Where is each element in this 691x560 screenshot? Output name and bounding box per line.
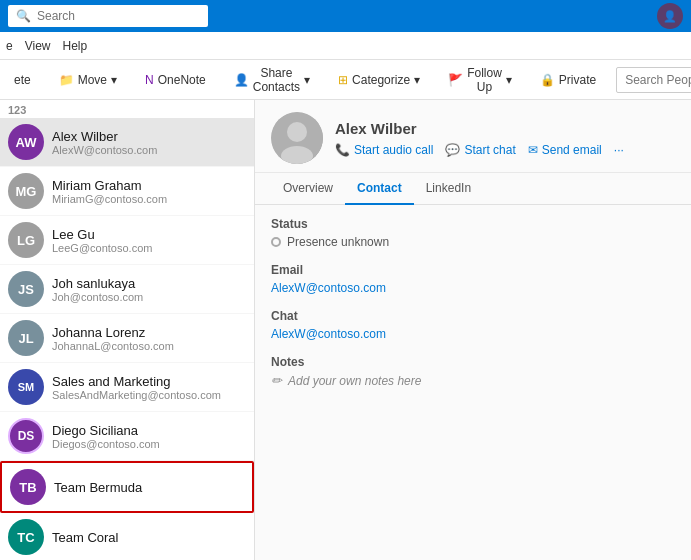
private-button[interactable]: 🔒 Private [532,69,604,91]
contact-email: Joh@contoso.com [52,291,246,303]
share-contacts-button[interactable]: 👤 Share Contacts ▾ [226,62,318,98]
delete-button[interactable]: ete [6,69,39,91]
contact-email: LeeG@contoso.com [52,242,246,254]
user-avatar-area[interactable]: 👤 [657,3,683,29]
contact-item-johanna-lorenz[interactable]: JL Johanna Lorenz JohannaL@contoso.com [0,314,254,363]
start-chat-label: Start chat [464,143,515,157]
followup-button[interactable]: 🚩 Follow Up ▾ [440,62,520,98]
avatar-diego-siciliana: DS [8,418,44,454]
user-avatar[interactable]: 👤 [657,3,683,29]
contact-name: Johanna Lorenz [52,325,246,340]
email-section: Email AlexW@contoso.com [271,263,675,295]
contact-email: Diegos@contoso.com [52,438,246,450]
avatar-miriam-graham: MG [8,173,44,209]
contact-name: Diego Siciliana [52,423,246,438]
main-area: 123 AW Alex Wilber AlexW@contoso.com MG … [0,100,691,560]
contact-email: MiriamG@contoso.com [52,193,246,205]
top-bar: 🔍 👤 [0,0,691,32]
toolbar: ete 📁 Move ▾ N OneNote 👤 Share Contacts … [0,60,691,100]
lock-icon: 🔒 [540,73,555,87]
contact-email: SalesAndMarketing@contoso.com [52,389,246,401]
phone-icon: 📞 [335,143,350,157]
start-chat-button[interactable]: 💬 Start chat [445,143,515,157]
pencil-icon: ✏ [271,373,282,388]
status-section: Status Presence unknown [271,217,675,249]
contact-item-joh-sanlukaya[interactable]: JS Joh sanlukaya Joh@contoso.com [0,265,254,314]
notes-section: Notes ✏ Add your own notes here [271,355,675,388]
contact-item-alex-wilber[interactable]: AW Alex Wilber AlexW@contoso.com [0,118,254,167]
send-email-button[interactable]: ✉ Send email [528,143,602,157]
onenote-label: OneNote [158,73,206,87]
share-icon: 👤 [234,73,249,87]
contact-item-diego-siciliana[interactable]: DS Diego Siciliana Diegos@contoso.com [0,412,254,461]
followup-chevron-icon: ▾ [506,73,512,87]
contact-item-lee-gu[interactable]: LG Lee Gu LeeG@contoso.com [0,216,254,265]
contact-email: JohannaL@contoso.com [52,340,246,352]
contact-details: Status Presence unknown Email AlexW@cont… [255,205,691,414]
menu-item-delete[interactable]: e [6,39,13,53]
status-value: Presence unknown [287,235,389,249]
categorize-label: Categorize [352,73,410,87]
menu-item-help[interactable]: Help [62,39,87,53]
share-chevron-icon: ▾ [304,73,310,87]
search-icon: 🔍 [16,9,31,23]
svg-point-1 [287,122,307,142]
user-initial: 👤 [663,10,677,23]
tab-contact[interactable]: Contact [345,173,414,205]
avatar-joh-sanlukaya: JS [8,271,44,307]
status-row: Presence unknown [271,235,675,249]
contact-email: AlexW@contoso.com [52,144,246,156]
contact-item-miriam-graham[interactable]: MG Miriam Graham MiriamG@contoso.com [0,167,254,216]
avatar-team-bermuda: TB [10,469,46,505]
profile-name: Alex Wilber [335,120,675,137]
status-label: Status [271,217,675,231]
start-audio-call-button[interactable]: 📞 Start audio call [335,143,433,157]
delete-label: ete [14,73,31,87]
categorize-button[interactable]: ⊞ Categorize ▾ [330,69,428,91]
email-label: Email [271,263,675,277]
avatar-svg [271,112,323,164]
contact-name: Lee Gu [52,227,246,242]
tab-linkedin[interactable]: LinkedIn [414,173,483,205]
move-button[interactable]: 📁 Move ▾ [51,69,125,91]
avatar-lee-gu: LG [8,222,44,258]
profile-actions: 📞 Start audio call 💬 Start chat ✉ Send e… [335,143,675,157]
chat-value[interactable]: AlexW@contoso.com [271,327,675,341]
avatar-johanna-lorenz: JL [8,320,44,356]
email-icon: ✉ [528,143,538,157]
profile-avatar [271,112,323,164]
tab-overview[interactable]: Overview [271,173,345,205]
chat-label: Chat [271,309,675,323]
email-value[interactable]: AlexW@contoso.com [271,281,675,295]
chat-section: Chat AlexW@contoso.com [271,309,675,341]
contact-name: Alex Wilber [52,129,246,144]
section-header-123: 123 [0,100,254,118]
chat-icon: 💬 [445,143,460,157]
status-dot [271,237,281,247]
contact-name: Team Bermuda [54,480,244,495]
move-chevron-icon: ▾ [111,73,117,87]
profile-header: Alex Wilber 📞 Start audio call 💬 Start c… [255,100,691,173]
contact-list-panel: 123 AW Alex Wilber AlexW@contoso.com MG … [0,100,255,560]
contact-item-team-coral[interactable]: TC Team Coral [0,513,254,560]
contact-name: Team Coral [52,530,246,545]
profile-panel: Alex Wilber 📞 Start audio call 💬 Start c… [255,100,691,560]
more-actions-button[interactable]: ··· [614,143,624,157]
contact-item-sales-marketing[interactable]: SM Sales and Marketing SalesAndMarketing… [0,363,254,412]
contact-name: Miriam Graham [52,178,246,193]
avatar-team-coral: TC [8,519,44,555]
menu-bar: e View Help [0,32,691,60]
avatar-sales-marketing: SM [8,369,44,405]
move-label: Move [78,73,107,87]
flag-icon: 🚩 [448,73,463,87]
profile-avatar-image [271,112,323,164]
notes-input[interactable]: ✏ Add your own notes here [271,373,675,388]
onenote-button[interactable]: N OneNote [137,69,214,91]
search-box[interactable]: 🔍 [8,5,208,27]
search-input[interactable] [37,9,187,23]
search-people-input[interactable] [616,67,691,93]
menu-item-view[interactable]: View [25,39,51,53]
contact-item-team-bermuda[interactable]: TB Team Bermuda [0,461,254,513]
more-actions-icon: ··· [614,143,624,157]
share-contacts-label: Share Contacts [253,66,300,94]
